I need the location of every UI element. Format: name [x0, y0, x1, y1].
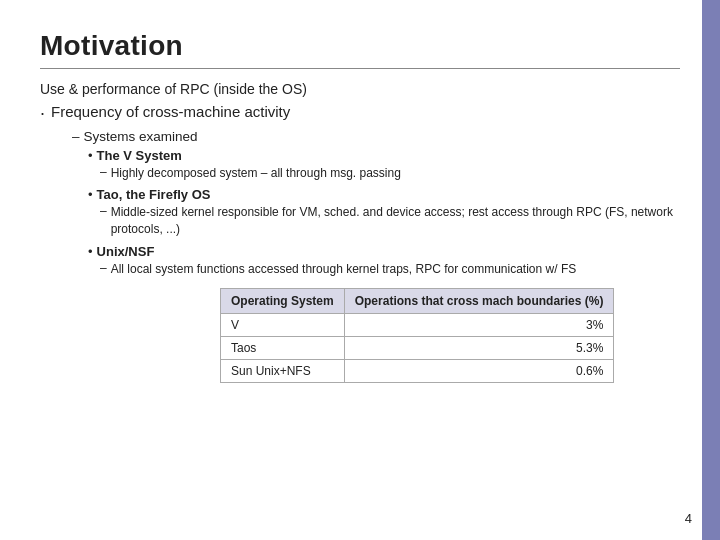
item-v-line: • The V System — [88, 148, 680, 163]
sub-dash: – — [72, 129, 80, 144]
item-v-desc-dash: – — [100, 165, 107, 182]
item-tao-desc: – Middle-sized kernel responsible for VM… — [100, 204, 680, 238]
table-cell-system-v: V — [221, 313, 345, 336]
intro-text: Use & performance of RPC (inside the OS) — [40, 81, 680, 97]
table-header-row: Operating System Operations that cross m… — [221, 288, 614, 313]
item-unix-line: • Unix/NSF — [88, 244, 680, 259]
col-header-system: Operating System — [221, 288, 345, 313]
page-number: 4 — [685, 511, 692, 526]
sub-bullet-systems: – Systems examined — [72, 129, 680, 144]
table-row: Sun Unix+NFS 0.6% — [221, 359, 614, 382]
table-row: V 3% — [221, 313, 614, 336]
item-v-desc: – Highly decomposed system – all through… — [100, 165, 680, 182]
item-tao-label: Tao, the Firefly OS — [97, 187, 211, 202]
accent-bar — [702, 0, 720, 540]
item-tao-desc-dash: – — [100, 204, 107, 238]
slide: 4 Motivation Use & performance of RPC (i… — [0, 0, 720, 540]
col-header-ops: Operations that cross mach boundaries (%… — [344, 288, 614, 313]
item-v-label: The V System — [97, 148, 182, 163]
item-unix-label: Unix/NSF — [97, 244, 155, 259]
table-cell-value-taos: 5.3% — [344, 336, 614, 359]
item-tao-desc-text: Middle-sized kernel responsible for VM, … — [111, 204, 680, 238]
item-v-system: • The V System – Highly decomposed syste… — [88, 148, 680, 182]
data-table: Operating System Operations that cross m… — [220, 288, 614, 383]
table-cell-value-sunix: 0.6% — [344, 359, 614, 382]
item-tao-line: • Tao, the Firefly OS — [88, 187, 680, 202]
item-v-desc-text: Highly decomposed system – all through m… — [111, 165, 401, 182]
item-unix-desc-dash: – — [100, 261, 107, 278]
data-table-container: Operating System Operations that cross m… — [220, 288, 680, 383]
title-divider — [40, 68, 680, 69]
table-cell-system-sunix: Sun Unix+NFS — [221, 359, 345, 382]
item-tao-bullet: • — [88, 187, 93, 202]
top-bullet: · Frequency of cross-machine activity — [40, 103, 680, 125]
item-unix: • Unix/NSF – All local system functions … — [88, 244, 680, 278]
sub-bullet-text: Systems examined — [84, 129, 198, 144]
bullet-dot: · — [40, 103, 45, 125]
item-unix-desc: – All local system functions accessed th… — [100, 261, 680, 278]
item-v-bullet: • — [88, 148, 93, 163]
item-unix-bullet: • — [88, 244, 93, 259]
table-cell-system-taos: Taos — [221, 336, 345, 359]
item-tao: • Tao, the Firefly OS – Middle-sized ker… — [88, 187, 680, 238]
bullet-text: Frequency of cross-machine activity — [51, 103, 290, 120]
item-unix-desc-text: All local system functions accessed thro… — [111, 261, 577, 278]
table-row: Taos 5.3% — [221, 336, 614, 359]
slide-title: Motivation — [40, 30, 680, 62]
table-cell-value-v: 3% — [344, 313, 614, 336]
